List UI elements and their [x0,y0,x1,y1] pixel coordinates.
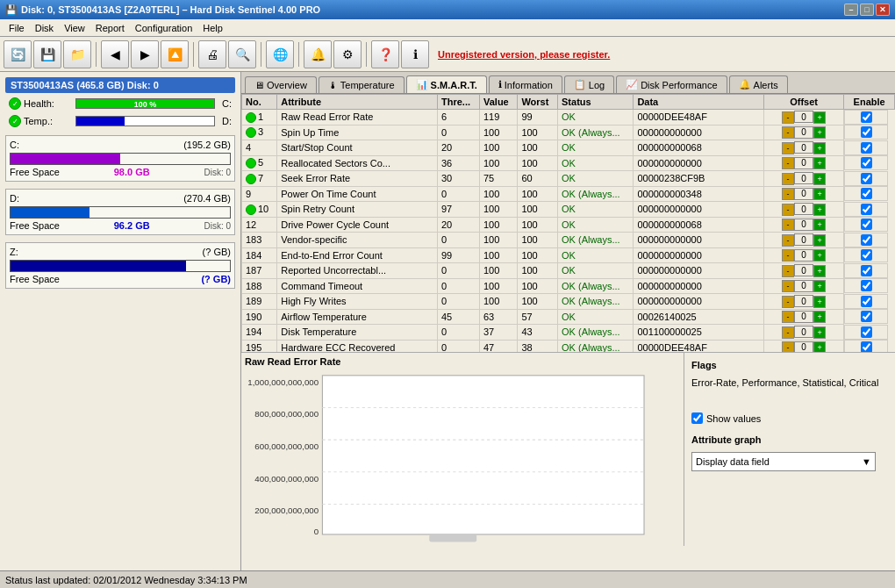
drive-z-section: Z: (? GB) Free Space (? GB) [5,242,235,289]
enable-checkbox[interactable] [861,311,872,322]
offset-plus-btn[interactable]: + [813,326,826,339]
table-row[interactable]: 10Spin Retry Count97100100OK000000000000… [242,202,895,218]
tab-overview[interactable]: 🖥 Overview [245,76,317,93]
table-row[interactable]: 12Drive Power Cycle Count20100100OK00000… [242,217,895,233]
offset-minus-btn[interactable]: - [782,126,794,139]
toolbar-btn-info[interactable]: ℹ [401,40,429,68]
offset-minus-btn[interactable]: - [782,173,794,185]
offset-plus-btn[interactable]: + [813,204,826,216]
maximize-button[interactable]: □ [860,4,874,16]
tab-alerts[interactable]: 🔔 Alerts [729,75,788,93]
offset-minus-btn[interactable]: - [782,326,794,339]
menu-help[interactable]: Help [197,21,228,35]
offset-plus-btn[interactable]: + [813,249,826,262]
toolbar-btn-up[interactable]: 🔼 [161,40,189,68]
table-row[interactable]: 9Power On Time Count0100100OK (Always...… [242,186,895,202]
offset-minus-btn[interactable]: - [782,188,794,200]
offset-plus-btn[interactable]: + [813,341,826,353]
toolbar-btn-prev[interactable]: ◀ [101,40,129,68]
offset-plus-btn[interactable]: + [813,234,826,247]
table-row[interactable]: 7Seek Error Rate307560OK00000238CF9B- 0 … [242,171,895,187]
table-row[interactable]: 195Hardware ECC Recovered04738OK (Always… [242,340,895,353]
offset-plus-btn[interactable]: + [813,311,826,323]
enable-checkbox[interactable] [861,249,872,261]
offset-minus-btn[interactable]: - [782,341,794,353]
enable-checkbox[interactable] [861,219,872,230]
offset-plus-btn[interactable]: + [813,142,826,154]
toolbar-btn-alert[interactable]: 🔔 [304,40,332,68]
offset-minus-btn[interactable]: - [782,204,794,216]
offset-minus-btn[interactable]: - [782,265,794,277]
enable-checkbox[interactable] [861,280,872,291]
offset-minus-btn[interactable]: - [782,157,794,169]
menu-file[interactable]: File [4,21,30,35]
offset-plus-btn[interactable]: + [813,296,826,308]
tab-log[interactable]: 📋 Log [564,75,614,93]
tab-information[interactable]: ℹ Information [489,75,562,93]
offset-minus-btn[interactable]: - [782,219,794,231]
toolbar-btn-settings[interactable]: ⚙ [333,40,362,68]
offset-plus-btn[interactable]: + [813,265,826,277]
enable-checkbox[interactable] [861,157,872,169]
offset-minus-btn[interactable]: - [782,234,794,247]
enable-checkbox[interactable] [861,234,872,246]
enable-checkbox[interactable] [861,142,872,154]
menu-report[interactable]: Report [90,21,130,35]
close-button[interactable]: ✕ [876,4,890,16]
smart-table-container[interactable]: No. Attribute Thre... Value Worst Status… [241,94,895,353]
table-row[interactable]: 188Command Timeout0100100OK (Always...00… [242,278,895,294]
offset-plus-btn[interactable]: + [813,157,826,169]
toolbar-btn-refresh[interactable]: 🔄 [4,40,32,68]
cell-offset: - 0 + [763,171,843,187]
table-row[interactable]: 187Reported Uncorrectabl...0100100OK0000… [242,263,895,279]
enable-checkbox[interactable] [861,265,872,276]
toolbar-btn-disk[interactable]: 💾 [33,40,61,68]
menu-view[interactable]: View [59,21,90,35]
offset-minus-btn[interactable]: - [782,311,794,323]
tab-smart[interactable]: 📊 S.M.A.R.T. [406,75,487,93]
toolbar-btn-folder[interactable]: 📁 [63,40,91,68]
offset-plus-btn[interactable]: + [813,219,826,231]
enable-checkbox[interactable] [861,296,872,307]
table-row[interactable]: 1Raw Read Error Rate611999OK00000DEE48AF… [242,110,895,125]
table-row[interactable]: 184End-to-End Error Count99100100OK00000… [242,247,895,263]
offset-minus-btn[interactable]: - [782,280,794,292]
attr-graph-dropdown[interactable]: Display data field ▼ [691,452,876,471]
menu-configuration[interactable]: Configuration [130,21,197,35]
register-link[interactable]: Unregistered version, please register. [438,49,610,60]
menu-disk[interactable]: Disk [30,21,59,35]
offset-minus-btn[interactable]: - [782,142,794,154]
table-row[interactable]: 183Vendor-specific0100100OK (Always...00… [242,233,895,248]
offset-plus-btn[interactable]: + [813,126,826,139]
minimize-button[interactable]: – [844,4,858,16]
enable-checkbox[interactable] [861,341,872,353]
toolbar-btn-next[interactable]: ▶ [131,40,159,68]
table-row[interactable]: 4Start/Stop Count20100100OK000000000068-… [242,140,895,156]
table-row[interactable]: 3Spin Up Time0100100OK (Always...0000000… [242,125,895,140]
offset-minus-btn[interactable]: - [782,249,794,262]
toolbar-btn-print[interactable]: 🖨 [198,40,226,68]
table-row[interactable]: 190Airflow Temperature456357OK0002614002… [242,309,895,325]
offset-plus-btn[interactable]: + [813,280,826,292]
enable-checkbox[interactable] [861,204,872,215]
toolbar-btn-globe[interactable]: 🌐 [266,40,294,68]
offset-minus-btn[interactable]: - [782,111,794,124]
table-row[interactable]: 189High Fly Writes0100100OK (Always...00… [242,294,895,310]
enable-checkbox[interactable] [861,326,872,338]
offset-minus-btn[interactable]: - [782,296,794,308]
offset-plus-btn[interactable]: + [813,111,826,124]
toolbar-btn-help[interactable]: ❓ [371,40,399,68]
offset-plus-btn[interactable]: + [813,188,826,200]
toolbar-btn-zoom[interactable]: 🔍 [228,40,256,68]
chart-svg-container: 1,000,000,000,000 800,000,000,000 600,00… [245,370,680,542]
table-row[interactable]: 5Reallocated Sectors Co...36100100OK0000… [242,155,895,171]
offset-plus-btn[interactable]: + [813,173,826,185]
enable-checkbox[interactable] [861,126,872,138]
tab-temperature[interactable]: 🌡 Temperature [319,76,405,93]
enable-checkbox[interactable] [861,188,872,199]
table-row[interactable]: 194Disk Temperature03743OK (Always...001… [242,325,895,341]
enable-checkbox[interactable] [861,173,872,184]
enable-checkbox[interactable] [861,111,872,123]
tab-disk-performance[interactable]: 📈 Disk Performance [616,75,727,93]
show-values-checkbox[interactable] [691,412,703,424]
